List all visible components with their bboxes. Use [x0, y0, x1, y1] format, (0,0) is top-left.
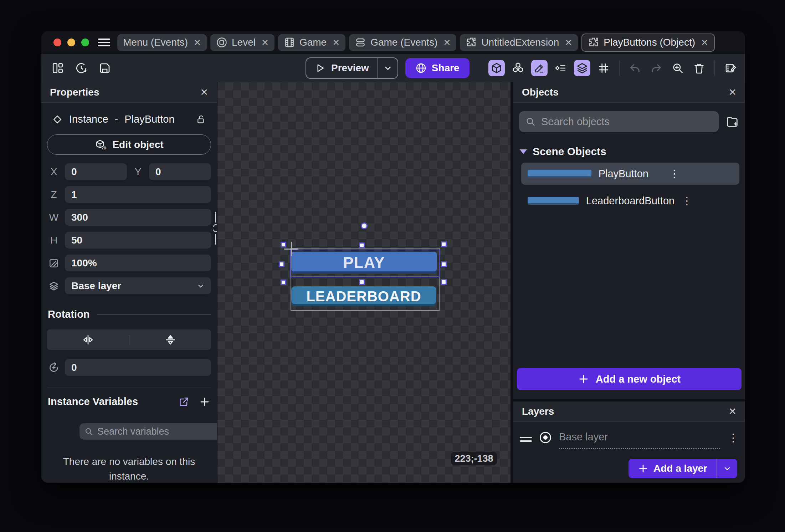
section-collapse-icon[interactable]	[520, 149, 527, 154]
tab-label: PlayButtons (Object)	[604, 37, 695, 48]
add-object-button[interactable]: Add a new object	[517, 368, 742, 390]
plus-icon	[578, 373, 589, 385]
resize-handle-middle-right[interactable]	[441, 261, 447, 267]
add-layer-button[interactable]: Add a layer	[628, 459, 737, 478]
layer-select[interactable]: Base layer	[65, 277, 211, 294]
layers-panel-button[interactable]	[574, 60, 590, 76]
add-folder-icon[interactable]	[725, 114, 739, 129]
instance-variables-title: Instance Variables	[48, 396, 178, 408]
open-external-icon[interactable]	[178, 396, 190, 408]
history-icon[interactable]	[75, 62, 88, 75]
flip-vertical-button[interactable]	[129, 333, 211, 346]
resize-handle-bottom-left[interactable]	[281, 280, 286, 285]
layers-panel: Layers ✕ Base layer ⋮ Add a layer	[513, 401, 745, 483]
edit-scene-properties-button[interactable]	[722, 60, 739, 76]
resize-handle-bottom-right[interactable]	[441, 279, 447, 285]
chevron-down-icon	[723, 464, 732, 473]
preview-label: Preview	[331, 62, 369, 74]
object-menu-icon[interactable]: ⋮	[669, 169, 733, 179]
tab-game-events[interactable]: Game (Events) ✕	[349, 34, 456, 51]
leaderboard-button-sprite[interactable]: LEADERBOARD	[291, 286, 436, 306]
drag-handle-icon[interactable]	[520, 435, 532, 444]
traffic-zoom-button[interactable]	[81, 39, 89, 46]
rotation-field[interactable]	[65, 359, 211, 376]
properties-close-icon[interactable]: ✕	[200, 87, 208, 98]
variables-search-box[interactable]	[79, 423, 217, 440]
tab-untitled-extension[interactable]: UntitledExtension ✕	[460, 34, 578, 51]
unlock-icon[interactable]	[196, 114, 206, 124]
redo-icon	[650, 62, 662, 74]
resize-handle-top-right[interactable]	[441, 241, 447, 247]
layers-close-icon[interactable]: ✕	[728, 406, 737, 417]
tab-close-icon[interactable]: ✕	[261, 37, 269, 48]
properties-list-icon	[555, 62, 567, 74]
share-button[interactable]: Share	[405, 58, 470, 78]
object-row-playbutton[interactable]: PlayButton ⋮	[521, 163, 739, 185]
instances-cubes-button[interactable]	[510, 60, 526, 76]
lock-aspect-ratio-toggle[interactable]	[211, 203, 217, 249]
tab-level[interactable]: Level ✕	[210, 34, 275, 51]
resize-handle-bottom-center[interactable]	[359, 279, 365, 285]
layer-row-base-layer[interactable]: Base layer ⋮	[520, 431, 739, 449]
zoom-button[interactable]	[669, 60, 686, 76]
resize-handle-top-left[interactable]	[281, 242, 286, 247]
layer-menu-icon[interactable]: ⋮	[728, 433, 739, 443]
resize-handle-middle-left[interactable]	[279, 261, 284, 267]
resize-handle-top-center[interactable]	[359, 242, 365, 248]
rotation-handle[interactable]	[361, 222, 368, 229]
edit-mode-button[interactable]	[531, 60, 548, 76]
flip-horizontal-button[interactable]	[47, 333, 129, 346]
layer-name[interactable]: Base layer	[559, 431, 720, 449]
add-layer-options-button[interactable]	[717, 459, 737, 478]
object-menu-icon[interactable]: ⋮	[682, 196, 733, 206]
objects-close-icon[interactable]: ✕	[728, 87, 737, 98]
redo-button[interactable]	[648, 60, 665, 76]
search-icon	[525, 117, 535, 127]
height-field[interactable]	[65, 232, 211, 249]
object-row-leaderboardbutton[interactable]: LeaderboardButton ⋮	[521, 190, 739, 212]
add-variable-icon[interactable]	[199, 396, 210, 408]
edit-object-button[interactable]: 2D Edit object	[47, 134, 211, 155]
instance-type-label: Instance	[69, 113, 108, 125]
delete-button[interactable]	[691, 60, 707, 76]
z-field[interactable]	[65, 186, 211, 203]
rotation-section-title: Rotation	[48, 308, 90, 320]
undo-button[interactable]	[627, 60, 643, 76]
x-field[interactable]	[65, 163, 127, 180]
tab-playbuttons-object[interactable]: PlayButtons (Object) ✕	[581, 34, 715, 52]
tab-close-icon[interactable]: ✕	[565, 37, 572, 48]
width-field[interactable]	[65, 209, 211, 226]
app-window: Menu (Events) ✕ Level ✕ Game ✕ Game (Eve…	[41, 31, 745, 483]
tab-menu-events[interactable]: Menu (Events) ✕	[117, 34, 207, 51]
tab-close-icon[interactable]: ✕	[194, 37, 201, 48]
preview-button[interactable]: Preview	[306, 57, 398, 79]
object-mode-button[interactable]	[488, 60, 505, 76]
layer-visibility-radio[interactable]	[540, 432, 551, 443]
tab-game[interactable]: Game ✕	[278, 34, 345, 51]
tab-close-icon[interactable]: ✕	[701, 37, 708, 48]
x-field-label: X	[47, 166, 61, 178]
objects-search-input[interactable]	[540, 116, 712, 128]
w-field-label: W	[47, 212, 61, 223]
instance-properties-button[interactable]	[553, 60, 569, 76]
scene-canvas[interactable]: PLAY LEADERBOARD 223;-138	[217, 82, 510, 483]
tab-close-icon[interactable]: ✕	[443, 37, 451, 48]
opacity-field[interactable]	[65, 255, 211, 271]
grid-button[interactable]	[595, 60, 612, 76]
pencil-icon	[534, 62, 545, 74]
scene-objects-section[interactable]: Scene Objects	[520, 145, 739, 158]
panels-icon[interactable]	[51, 62, 64, 75]
save-icon[interactable]	[98, 62, 111, 75]
plus-icon	[638, 463, 648, 474]
y-field[interactable]	[149, 163, 211, 180]
layer-select-value: Base layer	[71, 280, 121, 292]
preview-options-button[interactable]	[378, 58, 397, 78]
variables-search-input[interactable]	[97, 426, 217, 438]
z-field-label: Z	[47, 189, 61, 200]
traffic-close-button[interactable]	[53, 39, 61, 46]
main-menu-icon[interactable]	[98, 37, 110, 48]
objects-search-box[interactable]	[519, 111, 719, 132]
chevron-down-icon	[383, 63, 392, 73]
traffic-minimize-button[interactable]	[67, 39, 75, 46]
tab-close-icon[interactable]: ✕	[332, 37, 340, 48]
